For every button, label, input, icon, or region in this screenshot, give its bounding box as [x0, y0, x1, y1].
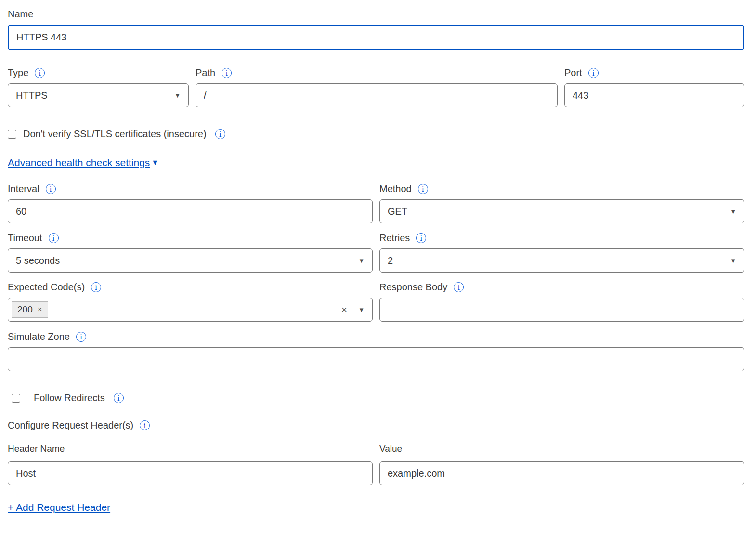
method-select-value: GET [388, 206, 407, 217]
simulate-zone-field: Simulate Zone i [8, 331, 744, 371]
type-field: Type i HTTPS ▼ [8, 67, 189, 107]
timeout-retries-row: Timeout i 5 seconds ▼ Retries i 2 ▼ [8, 233, 744, 273]
retries-select[interactable]: 2 ▼ [379, 248, 744, 273]
timeout-field: Timeout i 5 seconds ▼ [8, 233, 373, 273]
info-icon[interactable]: i [91, 282, 101, 292]
simulate-zone-input[interactable] [8, 347, 744, 371]
chevron-down-icon: ▼ [730, 208, 736, 215]
tag-remove-icon[interactable]: × [38, 305, 42, 314]
request-header-row: Header Name Value [8, 443, 744, 485]
section-divider [8, 520, 744, 520]
info-icon[interactable]: i [588, 68, 599, 78]
follow-redirects-label: Follow Redirects [34, 392, 105, 403]
chevron-down-icon: ▼ [174, 92, 181, 99]
retries-label: Retries [379, 233, 410, 244]
info-icon[interactable]: i [35, 68, 45, 78]
expected-codes-multiselect[interactable]: 200 × × ▼ [8, 298, 373, 322]
info-icon[interactable]: i [46, 184, 56, 194]
info-icon[interactable]: i [454, 282, 464, 292]
health-check-form: Name Type i HTTPS ▼ Path i Port i [0, 0, 756, 520]
expected-codes-label: Expected Code(s) [8, 282, 85, 293]
verify-ssl-row: Don't verify SSL/TLS certificates (insec… [8, 129, 744, 140]
info-icon[interactable]: i [215, 129, 225, 139]
header-value-column-label: Value [379, 443, 744, 454]
header-value-input[interactable] [379, 461, 744, 485]
advanced-settings-link-label: Advanced health check settings [8, 157, 150, 169]
timeout-select[interactable]: 5 seconds ▼ [8, 248, 373, 273]
chevron-down-icon: ▼ [730, 257, 736, 264]
method-select[interactable]: GET ▼ [379, 199, 744, 223]
chevron-down-icon: ▼ [358, 257, 365, 264]
retries-field: Retries i 2 ▼ [379, 233, 744, 273]
add-request-header-link[interactable]: + Add Request Header [8, 502, 110, 513]
port-field: Port i [564, 67, 744, 107]
header-name-column-label: Header Name [8, 443, 373, 454]
follow-redirects-checkbox[interactable] [12, 394, 20, 403]
response-body-field: Response Body i [379, 282, 744, 322]
interval-field: Interval i [8, 183, 373, 223]
request-headers-section: Configure Request Header(s) i [8, 420, 744, 431]
verify-ssl-label: Don't verify SSL/TLS certificates (insec… [23, 129, 207, 140]
code-tag-value: 200 [17, 304, 33, 315]
name-input[interactable] [8, 25, 744, 50]
interval-label: Interval [8, 183, 39, 195]
chevron-down-icon: ▼ [151, 158, 159, 167]
advanced-settings-link[interactable]: Advanced health check settings ▼ [8, 157, 159, 169]
expected-codes-field: Expected Code(s) i 200 × × ▼ [8, 282, 373, 322]
info-icon[interactable]: i [222, 68, 232, 78]
header-name-field: Header Name [8, 443, 373, 485]
retries-select-value: 2 [388, 255, 393, 266]
type-path-port-row: Type i HTTPS ▼ Path i Port i [8, 67, 744, 107]
chevron-down-icon: ▼ [358, 306, 365, 313]
type-label: Type [8, 67, 28, 78]
path-input[interactable] [196, 83, 558, 107]
port-input[interactable] [564, 83, 744, 107]
timeout-select-value: 5 seconds [16, 255, 60, 266]
simulate-zone-label: Simulate Zone [8, 331, 70, 342]
response-body-label: Response Body [379, 282, 447, 293]
header-name-input[interactable] [8, 461, 373, 485]
info-icon[interactable]: i [418, 184, 428, 194]
add-request-header-link-label: + Add Request Header [8, 502, 110, 513]
codes-body-row: Expected Code(s) i 200 × × ▼ Response Bo… [8, 282, 744, 322]
info-icon[interactable]: i [76, 332, 86, 342]
code-tag: 200 × [12, 301, 48, 318]
info-icon[interactable]: i [140, 420, 150, 430]
verify-ssl-checkbox[interactable] [8, 130, 16, 139]
request-headers-section-label: Configure Request Header(s) [8, 420, 133, 431]
type-select[interactable]: HTTPS ▼ [8, 83, 189, 107]
info-icon[interactable]: i [49, 233, 59, 243]
clear-all-icon[interactable]: × [341, 304, 347, 315]
method-field: Method i GET ▼ [379, 183, 744, 223]
header-value-field: Value [379, 443, 744, 485]
name-label-row: Name [8, 9, 744, 20]
interval-input[interactable] [8, 199, 373, 223]
path-label: Path [196, 67, 215, 78]
type-select-value: HTTPS [16, 90, 48, 101]
info-icon[interactable]: i [114, 393, 124, 403]
path-field: Path i [196, 67, 558, 107]
port-label: Port [564, 67, 582, 78]
timeout-label: Timeout [8, 233, 42, 244]
response-body-input[interactable] [379, 298, 744, 322]
name-label: Name [8, 9, 33, 20]
follow-redirects-row: Follow Redirects i [8, 392, 744, 403]
interval-method-row: Interval i Method i GET ▼ [8, 183, 744, 223]
info-icon[interactable]: i [416, 233, 426, 243]
method-label: Method [379, 183, 412, 195]
